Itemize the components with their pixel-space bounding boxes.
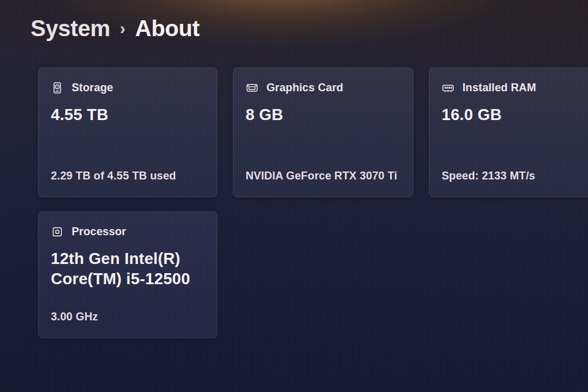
storage-card-header: Storage <box>51 81 205 94</box>
ram-icon <box>442 81 454 94</box>
installed-ram-card: Installed RAM 16.0 GB Speed: 2133 MT/s <box>429 67 588 197</box>
card-value: 4.55 TB <box>51 105 204 125</box>
chevron-right-icon: › <box>120 20 126 39</box>
card-value: 16.0 GB <box>442 105 588 125</box>
hard-drive-icon <box>51 81 64 94</box>
processor-card: Processor 12th Gen Intel(R) Core(TM) i5-… <box>38 211 217 338</box>
card-value: 8 GB <box>246 105 399 125</box>
card-detail: NVIDIA GeForce RTX 3070 Ti <box>246 170 398 183</box>
card-detail: 2.29 TB of 4.55 TB used <box>51 170 176 183</box>
page-title-about: About <box>135 16 200 42</box>
storage-card: Storage 4.55 TB 2.29 TB of 4.55 TB used <box>38 67 217 197</box>
graphics-card-card: Graphics Card 8 GB NVIDIA GeForce RTX 30… <box>233 67 413 197</box>
card-value: 12th Gen Intel(R) Core(TM) i5-12500 <box>51 249 204 289</box>
graphics-card-header: Graphics Card <box>246 81 401 94</box>
cpu-icon <box>51 225 64 238</box>
processor-header: Processor <box>51 225 205 238</box>
card-label: Graphics Card <box>266 81 343 94</box>
card-label: Storage <box>72 81 113 94</box>
card-label: Installed RAM <box>462 81 536 94</box>
breadcrumb: System › About <box>31 16 200 42</box>
breadcrumb-system[interactable]: System <box>31 16 110 42</box>
card-label: Processor <box>72 225 126 238</box>
installed-ram-header: Installed RAM <box>442 81 588 94</box>
card-detail: Speed: 2133 MT/s <box>442 170 535 183</box>
card-detail: 3.00 GHz <box>51 311 98 323</box>
gpu-icon <box>246 81 258 94</box>
